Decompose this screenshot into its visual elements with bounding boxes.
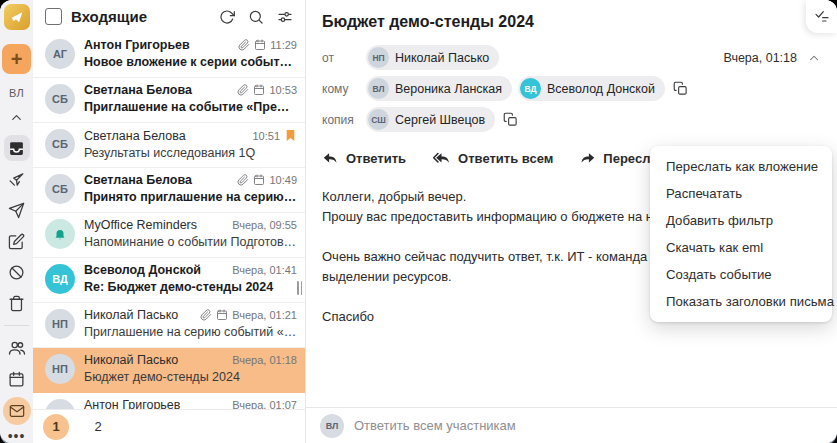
- context-menu-item[interactable]: Переслать как вложение: [650, 153, 832, 180]
- email-list-item[interactable]: СБ Светлана Белова 10:49 Принято приглаш…: [33, 168, 305, 213]
- email-sender: MyOffice Reminders: [84, 218, 227, 232]
- email-summary: Светлана Белова 10:53 Приглашение на соб…: [84, 83, 297, 114]
- page-button[interactable]: 1: [43, 414, 69, 440]
- sidebar-item-contacts[interactable]: [4, 335, 30, 361]
- recipient-chip[interactable]: СШ Сергей Швецов: [366, 107, 495, 132]
- reply-all-button[interactable]: Ответить всем: [432, 150, 553, 167]
- recipient-chips: НП Николай Пасько: [366, 45, 717, 70]
- reply-button[interactable]: Ответить: [322, 150, 406, 167]
- email-subject: Новое вложение к серии событий «Аналити.…: [84, 55, 297, 69]
- email-time: Вчера, 01:41: [232, 264, 297, 276]
- sidebar-item-inbox[interactable]: [4, 135, 30, 161]
- email-summary: Светлана Белова 10:49 Принято приглашени…: [84, 173, 297, 204]
- email-subject: Принято приглашение на серию событий «..…: [84, 190, 297, 204]
- email-sender: Николай Пасько: [84, 308, 195, 322]
- copy-recipients-icon[interactable]: [671, 79, 690, 98]
- avatar: СШ: [368, 109, 389, 130]
- avatar: ВЛ: [368, 78, 389, 99]
- avatar: ВД: [45, 264, 75, 294]
- email-list-item[interactable]: СБ Светлана Белова 10:53 Приглашение на …: [33, 78, 305, 123]
- email-sender: Антон Григорьев: [84, 38, 233, 52]
- field-label: копия: [322, 113, 360, 127]
- avatar-initials: СБ: [52, 93, 68, 105]
- email-time: 10:49: [269, 174, 297, 186]
- tasks-icon[interactable]: [806, 0, 837, 33]
- mail-list-header: Входящие: [33, 0, 305, 33]
- sidebar-item-spam[interactable]: [4, 259, 30, 285]
- collapse-header-icon[interactable]: [807, 51, 821, 65]
- email-list-item[interactable]: АГ Антон Григорьев 11:29 Новое вложение …: [33, 33, 305, 78]
- context-menu-item[interactable]: Показать заголовки письма: [650, 288, 832, 315]
- reminder-bell-icon: [53, 227, 67, 241]
- filter-icon[interactable]: [275, 7, 295, 27]
- email-subject: Напоминание о событии Подготовить отчет.…: [84, 235, 297, 249]
- email-list-item[interactable]: ВД Всеволод Донской Вчера, 01:41 Re: Бюд…: [33, 258, 305, 303]
- email-time: Вчера, 01:21: [232, 309, 297, 321]
- email-summary: Всеволод Донской Вчера, 01:41 Re: Бюджет…: [84, 263, 297, 294]
- avatar-initials: НП: [52, 318, 68, 330]
- sidebar-item-calendar[interactable]: [4, 366, 30, 392]
- recipient-name: Всеволод Донской: [547, 82, 655, 96]
- avatar-initials: АГ: [53, 48, 67, 60]
- email-summary: Николай Пасько Вчера, 01:21 Приглашение …: [84, 308, 297, 339]
- refresh-icon[interactable]: [217, 7, 237, 27]
- recipient-chip[interactable]: НП Николай Пасько: [366, 45, 499, 70]
- recipient-chip[interactable]: ВД Всеволод Донской: [518, 76, 665, 101]
- context-menu-item[interactable]: Распечатать: [650, 180, 832, 207]
- message-date-group: Вчера, 01:18: [723, 51, 821, 65]
- message-date: Вчера, 01:18: [723, 51, 797, 65]
- email-list-item[interactable]: СБ Светлана Белова 10:51 Результаты иссл…: [33, 123, 305, 168]
- search-icon[interactable]: [246, 7, 266, 27]
- sidebar-item-trash[interactable]: [4, 290, 30, 316]
- panel-resize-handle[interactable]: [297, 281, 306, 295]
- context-menu-item[interactable]: Создать событие: [650, 261, 832, 288]
- avatar-initials: НП: [52, 363, 68, 375]
- context-menu-item[interactable]: Скачать как eml: [650, 234, 832, 261]
- event-icon: [216, 309, 228, 321]
- sidebar-item-scheduled[interactable]: [4, 166, 30, 192]
- avatar: АГ: [45, 39, 75, 69]
- compose-new-button[interactable]: +: [2, 44, 31, 74]
- avatar-initials: СБ: [52, 183, 68, 195]
- context-menu-item[interactable]: Добавить фильтр: [650, 207, 832, 234]
- recipient-chip[interactable]: ВЛ Вероника Ланская: [366, 76, 512, 101]
- recipient-fields: от НП Николай Пасько Вчера, 01:18 кому В…: [306, 31, 837, 132]
- pagination-bar: 12: [33, 409, 305, 443]
- email-list-item[interactable]: НП Николай Пасько Вчера, 01:21 Приглашен…: [33, 303, 305, 348]
- recipient-field-row: копия СШ Сергей Швецов: [322, 107, 821, 132]
- email-summary: Светлана Белова 10:51 Результаты исследо…: [84, 128, 297, 160]
- folder-title: Входящие: [71, 8, 208, 25]
- event-icon: [253, 84, 265, 96]
- collapse-folders-icon[interactable]: [4, 104, 30, 130]
- email-time: 10:53: [269, 84, 297, 96]
- page-button[interactable]: 2: [85, 414, 111, 440]
- email-list-item[interactable]: MyOffice Reminders Вчера, 09:55 Напомина…: [33, 213, 305, 258]
- avatar: ВЛ: [320, 414, 344, 438]
- sidebar-item-mail[interactable]: [3, 397, 31, 425]
- avatar: НП: [45, 354, 75, 384]
- more-apps-icon[interactable]: •••: [8, 431, 26, 441]
- email-sender: Светлана Белова: [84, 129, 247, 143]
- avatar: СБ: [45, 84, 75, 114]
- field-label: кому: [322, 82, 360, 96]
- email-sender: Николай Пасько: [84, 353, 227, 367]
- message-context-menu: Переслать как вложениеРаспечататьДобавит…: [650, 146, 832, 322]
- select-all-checkbox[interactable]: [45, 8, 62, 25]
- copy-recipients-icon[interactable]: [501, 110, 520, 129]
- quick-reply-bar[interactable]: ВЛ Ответить всем участникам: [306, 407, 837, 443]
- email-subject: Результаты исследования 1Q: [84, 146, 297, 160]
- email-sender: Светлана Белова: [84, 83, 232, 97]
- sidebar-item-drafts[interactable]: [4, 228, 30, 254]
- message-subject: Бюджет демо-стенды 2024: [306, 0, 837, 31]
- sidebar-item-sent[interactable]: [4, 197, 30, 223]
- recipient-name: Сергей Швецов: [395, 113, 485, 127]
- recipient-chips: СШ Сергей Швецов: [366, 107, 821, 132]
- recipient-field-row: кому ВЛ Вероника Ланская ВД Всеволод Дон…: [322, 76, 821, 101]
- sidebar-divider: [4, 325, 29, 326]
- app-sidebar: + ВЛ •••: [0, 0, 33, 443]
- email-list-item[interactable]: НП Николай Пасько Вчера, 01:18 Бюджет де…: [33, 348, 305, 393]
- app-window: + ВЛ •••: [0, 0, 837, 443]
- recipient-chips: ВЛ Вероника Ланская ВД Всеволод Донской: [366, 76, 821, 101]
- email-summary: Антон Григорьев 11:29 Новое вложение к с…: [84, 38, 297, 69]
- avatar-initials: СБ: [52, 138, 68, 150]
